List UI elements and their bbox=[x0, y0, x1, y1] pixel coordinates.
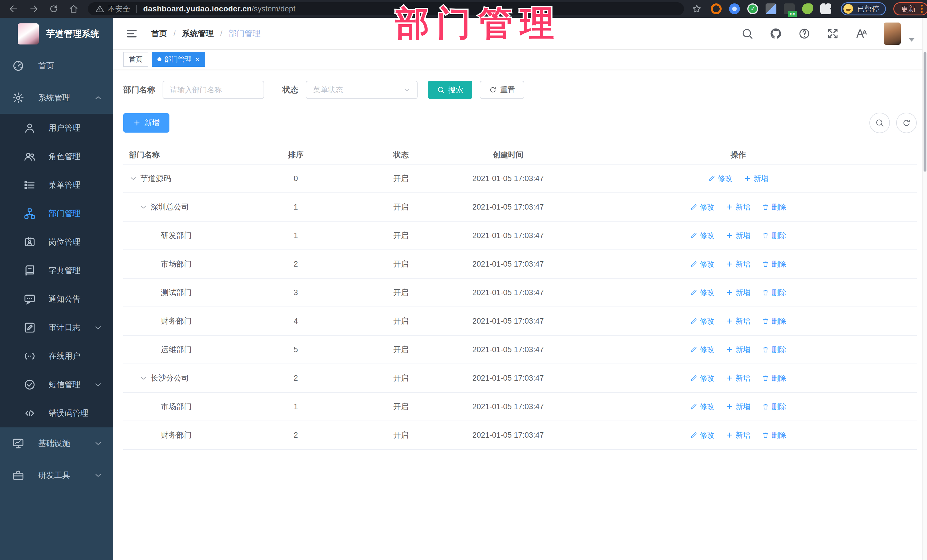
breadcrumb-item[interactable]: 首页 bbox=[151, 28, 167, 39]
add-button[interactable]: 新增 bbox=[123, 113, 169, 133]
back-icon[interactable] bbox=[8, 3, 20, 15]
sidebar-item-角色管理[interactable]: 角色管理 bbox=[0, 142, 113, 171]
add-action-link[interactable]: 新增 bbox=[726, 259, 751, 269]
sidebar-item-短信管理[interactable]: 短信管理 bbox=[0, 370, 113, 399]
delete-action-link[interactable]: 删除 bbox=[762, 316, 786, 326]
sidebar-item-在线用户[interactable]: 在线用户 bbox=[0, 342, 113, 370]
fullscreen-icon[interactable] bbox=[827, 27, 839, 40]
status-select[interactable]: 菜单状态 bbox=[306, 81, 418, 99]
add-action-link[interactable]: 新增 bbox=[726, 288, 751, 298]
sidebar-item-通知公告[interactable]: 通知公告 bbox=[0, 285, 113, 313]
expand-caret-icon[interactable] bbox=[129, 174, 137, 183]
profile-paused-badge[interactable]: 已暂停 bbox=[841, 2, 886, 15]
sidebar-item-研发工具[interactable]: 研发工具 bbox=[0, 459, 113, 491]
expand-caret-icon[interactable] bbox=[139, 203, 148, 211]
sidebar-item-字典管理[interactable]: 字典管理 bbox=[0, 256, 113, 285]
sidebar-item-菜单管理[interactable]: 菜单管理 bbox=[0, 171, 113, 199]
avatar-caret-down-icon[interactable] bbox=[909, 38, 915, 42]
delete-action-link[interactable]: 删除 bbox=[762, 430, 786, 440]
reload-icon[interactable] bbox=[47, 3, 60, 15]
bookmark-star-icon[interactable] bbox=[691, 3, 702, 14]
app-logo[interactable]: 芋道管理系统 bbox=[0, 18, 113, 50]
action-label: 删除 bbox=[772, 288, 786, 298]
breadcrumb-item[interactable]: 系统管理 bbox=[182, 28, 214, 39]
edit-action-link[interactable]: 修改 bbox=[690, 316, 714, 326]
sidebar-item-岗位管理[interactable]: 岗位管理 bbox=[0, 228, 113, 256]
toggle-search-button[interactable] bbox=[869, 112, 890, 133]
chrome-menu-icon[interactable] bbox=[921, 5, 923, 13]
ext-leaf-icon[interactable] bbox=[802, 3, 813, 14]
dept-name-label: 部门名称 bbox=[123, 84, 155, 95]
edit-action-link[interactable]: 修改 bbox=[690, 373, 714, 383]
help-icon[interactable] bbox=[798, 27, 811, 40]
plus-icon bbox=[726, 203, 733, 211]
row-actions: 修改新增删除 bbox=[559, 364, 917, 392]
add-action-link[interactable]: 新增 bbox=[726, 231, 751, 241]
ext-pin-icon[interactable] bbox=[729, 3, 740, 14]
delete-action-link[interactable]: 删除 bbox=[762, 231, 786, 241]
header-actions bbox=[725, 27, 868, 40]
home-icon[interactable] bbox=[67, 3, 80, 15]
add-action-link[interactable]: 新增 bbox=[726, 402, 751, 412]
sidebar-item-审计日志[interactable]: 审计日志 bbox=[0, 313, 113, 342]
tab-首页[interactable]: 首页 bbox=[123, 52, 148, 67]
add-action-link[interactable]: 新增 bbox=[726, 316, 751, 326]
edit-action-link[interactable]: 修改 bbox=[690, 402, 714, 412]
edit-action-link[interactable]: 修改 bbox=[708, 174, 732, 184]
edit-action-link[interactable]: 修改 bbox=[690, 430, 714, 440]
action-label: 修改 bbox=[700, 316, 714, 326]
delete-action-link[interactable]: 删除 bbox=[762, 402, 786, 412]
edit-action-link[interactable]: 修改 bbox=[690, 202, 714, 212]
hamburger-icon[interactable] bbox=[126, 27, 138, 40]
ext-orange-icon[interactable] bbox=[711, 3, 722, 14]
add-action-link[interactable]: 新增 bbox=[726, 345, 751, 355]
edit-action-link[interactable]: 修改 bbox=[690, 345, 714, 355]
trash-icon bbox=[762, 431, 769, 439]
sidebar-item-系统管理[interactable]: 系统管理 bbox=[0, 82, 113, 114]
scrollbar[interactable] bbox=[922, 18, 927, 560]
sidebar-item-部门管理[interactable]: 部门管理 bbox=[0, 199, 113, 228]
ext-grid-icon[interactable] bbox=[766, 3, 777, 14]
edit-action-link[interactable]: 修改 bbox=[690, 288, 714, 298]
action-label: 修改 bbox=[700, 288, 714, 298]
reset-button[interactable]: 重置 bbox=[480, 81, 524, 99]
action-label: 新增 bbox=[736, 231, 751, 241]
delete-action-link[interactable]: 删除 bbox=[762, 345, 786, 355]
action-label: 修改 bbox=[700, 430, 714, 440]
user-icon bbox=[23, 122, 36, 134]
close-tab-icon[interactable]: × bbox=[195, 56, 199, 63]
sidebar-item-首页[interactable]: 首页 bbox=[0, 50, 113, 82]
dept-name-input[interactable] bbox=[163, 81, 264, 99]
edit-action-link[interactable]: 修改 bbox=[690, 259, 714, 269]
chrome-update-button[interactable]: 更新 bbox=[894, 2, 927, 15]
delete-action-link[interactable]: 删除 bbox=[762, 202, 786, 212]
address-bar[interactable]: 不安全 dashboard.yudao.iocoder.cn/system/de… bbox=[88, 2, 684, 15]
forward-icon[interactable] bbox=[27, 3, 40, 15]
search-button[interactable]: 搜索 bbox=[428, 81, 473, 99]
delete-action-link[interactable]: 删除 bbox=[762, 259, 786, 269]
edit-icon bbox=[690, 346, 698, 353]
sidebar-item-用户管理[interactable]: 用户管理 bbox=[0, 114, 113, 142]
status-select-placeholder: 菜单状态 bbox=[313, 85, 403, 95]
ext-puzzle-icon[interactable] bbox=[820, 3, 831, 14]
ext-on-icon[interactable] bbox=[784, 3, 795, 14]
fontsize-icon[interactable] bbox=[855, 27, 868, 40]
github-icon[interactable] bbox=[769, 27, 782, 40]
search-icon[interactable] bbox=[741, 27, 754, 40]
avatar[interactable] bbox=[884, 23, 901, 45]
delete-action-link[interactable]: 删除 bbox=[762, 288, 786, 298]
sidebar-item-基础设施[interactable]: 基础设施 bbox=[0, 427, 113, 459]
scrollbar-thumb[interactable] bbox=[924, 52, 926, 171]
add-action-link[interactable]: 新增 bbox=[726, 430, 751, 440]
tab-部门管理[interactable]: 部门管理× bbox=[152, 52, 205, 67]
edit-action-link[interactable]: 修改 bbox=[690, 231, 714, 241]
column-header: 部门名称 bbox=[123, 146, 246, 164]
delete-action-link[interactable]: 删除 bbox=[762, 373, 786, 383]
add-action-link[interactable]: 新增 bbox=[744, 174, 768, 184]
expand-caret-icon[interactable] bbox=[139, 374, 148, 382]
add-action-link[interactable]: 新增 bbox=[726, 373, 751, 383]
add-action-link[interactable]: 新增 bbox=[726, 202, 751, 212]
sidebar-item-错误码管理[interactable]: 错误码管理 bbox=[0, 399, 113, 427]
ext-green-check-icon[interactable] bbox=[747, 3, 758, 14]
refresh-table-button[interactable] bbox=[896, 112, 917, 133]
